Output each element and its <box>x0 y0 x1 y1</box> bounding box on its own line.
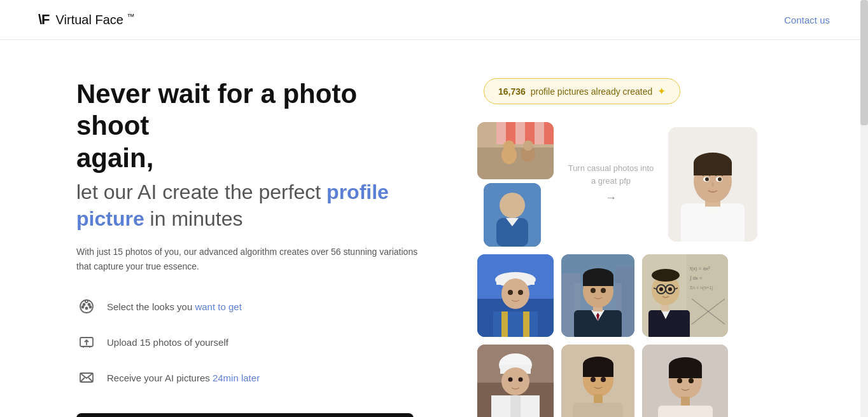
svg-rect-17 <box>496 122 506 144</box>
svg-rect-45 <box>493 311 538 337</box>
svg-point-25 <box>500 193 525 218</box>
svg-point-44 <box>501 278 529 309</box>
svg-rect-35 <box>694 163 732 175</box>
grid-photo-casual <box>561 345 634 417</box>
svg-rect-88 <box>510 395 521 417</box>
svg-point-21 <box>503 140 515 152</box>
steps-list: Select the looks you want to get Upload … <box>76 296 433 388</box>
svg-point-105 <box>677 378 682 383</box>
logo-tm: ™ <box>127 12 134 21</box>
svg-point-1 <box>83 304 85 306</box>
svg-rect-70 <box>648 310 690 337</box>
logo-text: Virtual Face ™ <box>56 12 135 27</box>
logo-symbol: \F <box>38 11 50 28</box>
svg-rect-95 <box>594 394 603 404</box>
svg-point-74 <box>652 269 680 282</box>
svg-line-12 <box>88 378 93 382</box>
svg-text:Σn = n(n+1): Σn = n(n+1) <box>690 285 713 291</box>
step-item-2: Upload 15 photos of yourself <box>76 332 433 352</box>
before-photo-2 <box>484 183 541 247</box>
svg-point-61 <box>591 288 596 293</box>
left-column: Never wait for a photo shoot again, let … <box>76 78 433 417</box>
svg-point-38 <box>705 177 709 181</box>
svg-point-90 <box>519 378 523 382</box>
svg-point-97 <box>591 377 596 382</box>
palette-icon <box>76 296 97 317</box>
svg-rect-103 <box>681 397 690 407</box>
hero-title: Never wait for a photo shoot again, <box>76 78 433 174</box>
svg-point-3 <box>86 308 88 310</box>
before-photos <box>477 122 554 247</box>
svg-point-80 <box>659 287 663 291</box>
svg-point-62 <box>601 288 606 293</box>
photo-gallery: Turn casual photos into a great pfp → <box>471 122 830 417</box>
svg-rect-47 <box>523 311 529 337</box>
svg-point-5 <box>90 306 92 308</box>
svg-point-81 <box>668 287 672 291</box>
transform-description: Turn casual photos into a great pfp → <box>566 162 655 207</box>
before-photo-1 <box>477 122 554 179</box>
svg-point-48 <box>508 290 513 295</box>
svg-point-49 <box>518 290 523 295</box>
hero-subtitle: let our AI create the perfect profile pi… <box>76 179 433 232</box>
step-2-text: Upload 15 photos of yourself <box>107 337 228 348</box>
create-pictures-button[interactable]: Create your pictures now starting $9.49 <box>76 413 414 417</box>
svg-point-4 <box>82 306 84 308</box>
grid-photo-business <box>561 254 634 337</box>
upload-icon <box>76 332 97 352</box>
header: \F Virtual Face ™ Contact us <box>0 0 868 40</box>
hero-description: With just 15 photos of you, our advanced… <box>76 245 433 273</box>
svg-rect-19 <box>535 122 544 144</box>
svg-point-39 <box>718 177 722 181</box>
before-after-row: Turn casual photos into a great pfp → <box>477 122 830 247</box>
grid-row-2 <box>477 345 830 417</box>
contact-link[interactable]: Contact us <box>784 15 830 25</box>
badge-text: profile pictures already created <box>531 86 652 97</box>
svg-line-13 <box>80 378 85 382</box>
svg-point-6 <box>85 300 88 303</box>
svg-rect-96 <box>573 403 623 417</box>
scrollbar-track <box>860 0 868 417</box>
grid-photo-professor: f(x) = ax² ∫ dx = Σn = n(n+1) <box>642 254 728 337</box>
svg-point-23 <box>523 140 533 151</box>
svg-point-89 <box>508 378 513 382</box>
grid-photo-neutral <box>642 345 728 417</box>
step-item-1: Select the looks you want to get <box>76 296 433 317</box>
profile-count-badge: 16,736 profile pictures already created … <box>484 78 680 104</box>
svg-point-86 <box>501 367 529 395</box>
right-column: 16,736 profile pictures already created … <box>471 78 830 417</box>
step-3-text: Receive your AI pictures 24min later <box>107 373 260 383</box>
svg-point-106 <box>689 378 694 383</box>
svg-point-98 <box>601 377 606 382</box>
after-photo <box>668 127 757 242</box>
svg-rect-18 <box>515 122 525 144</box>
scrollbar-thumb[interactable] <box>860 0 868 125</box>
email-icon <box>76 367 97 388</box>
svg-rect-94 <box>583 364 613 377</box>
grid-photo-worker <box>477 254 554 337</box>
step-1-text: Select the looks you want to get <box>107 301 242 312</box>
transform-arrow: → <box>566 189 655 207</box>
main-container: Never wait for a photo shoot again, let … <box>0 40 868 417</box>
svg-text:∫ dx =: ∫ dx = <box>689 275 703 281</box>
svg-text:f(x) = ax²: f(x) = ax² <box>690 266 710 271</box>
grid-row-1: f(x) = ax² ∫ dx = Σn = n(n+1) <box>477 254 830 337</box>
svg-rect-104 <box>658 406 713 417</box>
grid-photo-chef <box>477 345 554 417</box>
svg-rect-46 <box>501 311 508 337</box>
star-icon: ✦ <box>657 85 666 97</box>
logo: \F Virtual Face ™ <box>38 11 134 28</box>
svg-rect-102 <box>669 366 702 378</box>
badge-number: 16,736 <box>498 86 526 97</box>
svg-point-2 <box>88 304 90 306</box>
svg-rect-60 <box>583 276 613 286</box>
step-item-3: Receive your AI pictures 24min later <box>76 367 433 388</box>
